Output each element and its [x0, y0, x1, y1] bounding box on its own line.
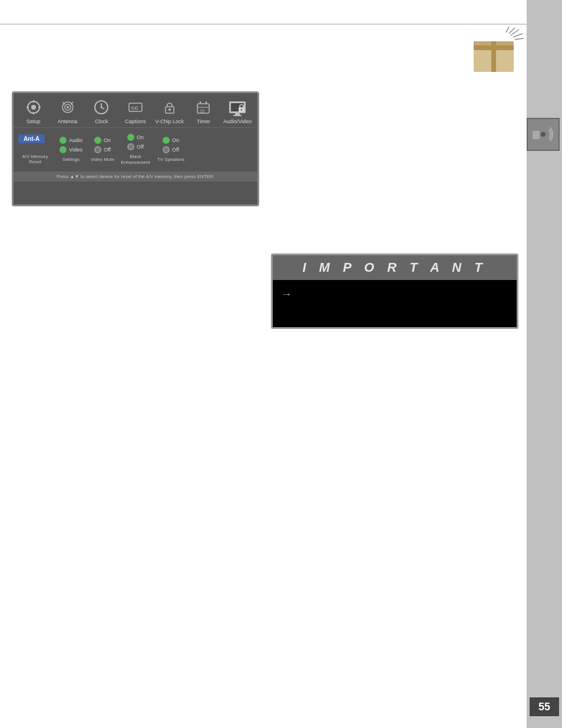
svg-point-2 [541, 132, 546, 137]
antenna-icon [58, 98, 77, 117]
nav-clock: Clock [87, 98, 116, 124]
nav-vchip: V-Chip Lock [155, 98, 184, 124]
svg-point-41 [241, 109, 243, 111]
timer-icon: 15 [194, 98, 213, 117]
nav-vchip-label: V-Chip Lock [155, 118, 184, 124]
nav-audiovideo-label: Audio/Video [223, 118, 252, 124]
tv-icon [471, 27, 524, 74]
videomute-label: Video Mute [91, 157, 114, 162]
important-header: I M P O R T A N T [273, 255, 517, 280]
clock-icon [92, 98, 111, 117]
important-arrow: → [281, 288, 292, 301]
svg-point-13 [31, 105, 36, 110]
blackenhancement-label: BlackEnhancement [121, 154, 150, 165]
tvspeakers-label: TV Speakers [157, 157, 184, 162]
audiovideo-icon [228, 98, 247, 117]
tv-menu-screenshot: Setup Antenna [12, 91, 259, 206]
svg-text:CC: CC [131, 106, 138, 111]
nav-antenna: Antenna [53, 98, 82, 124]
nav-captions-label: Captions [125, 118, 146, 124]
nav-timer: 15 Timer [189, 98, 218, 124]
menu-row-1: Ant-A A/V MemoryReset Audio Video Settin… [18, 134, 253, 165]
speaker-icon [527, 118, 560, 151]
settings-label: Settings [62, 157, 80, 162]
nav-clock-label: Clock [95, 118, 108, 124]
svg-rect-39 [233, 115, 242, 116]
svg-point-20 [67, 106, 69, 108]
right-sidebar: 55 [527, 0, 562, 728]
svg-line-8 [513, 34, 523, 37]
nav-timer-label: Timer [197, 118, 210, 124]
svg-rect-0 [533, 131, 540, 139]
status-bar: Press ▲▼ to select device for reset of t… [14, 172, 257, 182]
page-number: 55 [530, 697, 559, 716]
captions-icon: CC [126, 98, 145, 117]
audio-label: Audio [69, 137, 82, 143]
nav-setup: Setup [19, 98, 48, 124]
important-body: → [273, 280, 517, 327]
video-label: Video [69, 147, 82, 153]
vchip-icon [160, 98, 179, 117]
ant-badge: Ant-A [18, 134, 45, 143]
svg-rect-6 [474, 45, 514, 50]
tv-menu-body: Ant-A A/V MemoryReset Audio Video Settin… [14, 128, 257, 170]
important-box: I M P O R T A N T → [271, 253, 518, 329]
nav-antenna-label: Antenna [58, 118, 78, 124]
tv-menu-nav: Setup Antenna [14, 93, 257, 128]
setup-icon [24, 98, 43, 117]
svg-text:15: 15 [200, 109, 204, 113]
svg-line-11 [515, 38, 524, 39]
nav-captions: CC Captions [121, 98, 150, 124]
top-border [0, 24, 527, 25]
svg-point-26 [101, 107, 103, 108]
nav-audiovideo: Audio/Video [223, 98, 252, 124]
svg-rect-38 [235, 113, 240, 115]
svg-line-10 [506, 27, 509, 32]
svg-point-30 [168, 108, 171, 111]
nav-setup-label: Setup [27, 118, 41, 124]
